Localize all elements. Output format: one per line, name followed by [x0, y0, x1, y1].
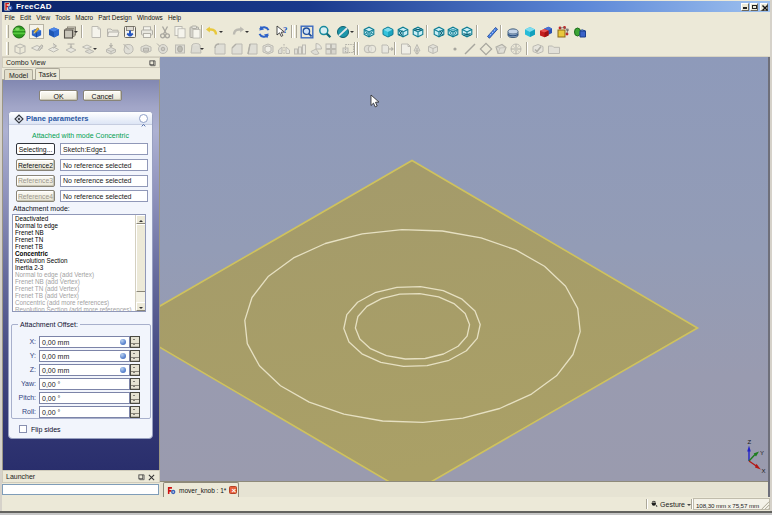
hole-icon[interactable]: [172, 41, 187, 56]
open-folder-icon[interactable]: [105, 24, 120, 39]
spinner-icon[interactable]: [130, 364, 140, 376]
datum-plane-icon[interactable]: [478, 41, 493, 56]
flip-sides-checkbox[interactable]: [19, 425, 27, 433]
offset-field[interactable]: 0,00 °: [39, 392, 130, 404]
tab-model[interactable]: Model: [4, 69, 33, 80]
new-file-icon[interactable]: [88, 24, 103, 39]
offset-field[interactable]: 0,00 °: [39, 406, 130, 418]
linear-pattern-icon[interactable]: [292, 41, 307, 56]
clone-icon[interactable]: [409, 41, 424, 56]
menu-edit[interactable]: Edit: [18, 13, 34, 22]
navigation-style-cell[interactable]: Gesture: [651, 498, 691, 510]
zoom-in-icon[interactable]: [317, 24, 332, 39]
folder-gray-icon[interactable]: [546, 41, 561, 56]
scroll-thumb[interactable]: [136, 224, 146, 292]
launcher-close-icon[interactable]: [148, 474, 155, 481]
cube-cyan-icon[interactable]: [522, 24, 537, 39]
spinner-icon[interactable]: [130, 392, 140, 404]
draw-style-icon[interactable]: [335, 24, 350, 39]
workbench-partdesign-icon[interactable]: [29, 24, 44, 39]
sketch-new-icon[interactable]: [12, 41, 27, 56]
reference-button-1[interactable]: Selecting...: [16, 143, 55, 155]
reference-field-3[interactable]: No reference selected: [60, 175, 148, 187]
spinner-icon[interactable]: [130, 406, 140, 418]
tab-close-icon[interactable]: [229, 486, 237, 494]
mode-item[interactable]: Normal to edge: [13, 222, 145, 229]
toolbar-grip[interactable]: [294, 25, 297, 38]
undo-icon[interactable]: [204, 24, 219, 39]
paste-icon[interactable]: [187, 24, 202, 39]
spinner-icon[interactable]: [130, 336, 140, 348]
copy-icon[interactable]: [172, 24, 187, 39]
view-front-icon[interactable]: [395, 24, 410, 39]
reference-button-2[interactable]: Reference2: [16, 159, 55, 171]
combo-view-header[interactable]: Combo View: [2, 57, 160, 68]
menu-macro[interactable]: Macro: [73, 13, 96, 22]
redo-dropdown-icon[interactable]: [244, 28, 251, 36]
offset-field[interactable]: 0,00 mm: [39, 350, 130, 362]
expression-globe-icon[interactable]: [120, 367, 126, 373]
revolve-icon[interactable]: [121, 41, 136, 56]
sketch-view-icon[interactable]: [63, 41, 78, 56]
plane-parameters-header[interactable]: Plane parameters: [9, 112, 152, 125]
minimize-button[interactable]: [741, 3, 749, 11]
menu-windows[interactable]: Windows: [134, 13, 165, 22]
mode-item[interactable]: Revolution Section: [13, 257, 145, 264]
attachment-mode-list[interactable]: DeactivatedNormal to edgeFrenet NBFrenet…: [12, 214, 146, 312]
chamfer-icon[interactable]: [229, 41, 244, 56]
cube-blue-icon[interactable]: [46, 24, 61, 39]
pin-icon[interactable]: [149, 60, 156, 67]
mode-item[interactable]: Concentric: [13, 250, 145, 257]
tab-tasks[interactable]: Tasks: [35, 68, 60, 80]
polar-pattern-icon[interactable]: [308, 41, 323, 56]
view-top-icon[interactable]: [410, 24, 425, 39]
multi-transform-icon[interactable]: [323, 41, 338, 56]
boolean-icon[interactable]: [362, 41, 377, 56]
resize-grip[interactable]: [760, 500, 770, 510]
mirrored-icon[interactable]: [276, 41, 291, 56]
spinner-icon[interactable]: [130, 378, 140, 390]
close-button[interactable]: [760, 3, 768, 11]
menu-view[interactable]: View: [34, 13, 53, 22]
whatsthis-icon[interactable]: ?: [274, 24, 289, 39]
cancel-button[interactable]: Cancel: [83, 90, 122, 101]
view-right-icon[interactable]: [431, 24, 446, 39]
save-icon[interactable]: [122, 24, 137, 39]
datum-cs-icon[interactable]: [508, 41, 523, 56]
mode-item[interactable]: Frenet TB: [13, 243, 145, 250]
toolbar-grip[interactable]: [6, 42, 9, 55]
zoom-fit-icon[interactable]: [299, 24, 314, 39]
mode-item[interactable]: Frenet NB: [13, 229, 145, 236]
reference-button-4[interactable]: Reference4: [16, 190, 55, 202]
reference-field-4[interactable]: No reference selected: [60, 190, 148, 202]
datum-points-icon[interactable]: [555, 24, 570, 39]
launcher-input[interactable]: [2, 484, 159, 495]
toolbar-grip[interactable]: [6, 25, 9, 38]
undo-dropdown-icon[interactable]: [218, 28, 225, 36]
offset-field[interactable]: 0,00 mm: [39, 364, 130, 376]
create-body-icon[interactable]: [505, 24, 520, 39]
collapse-icon[interactable]: [139, 114, 148, 123]
reference-button-3[interactable]: Reference3: [16, 175, 55, 187]
expression-globe-icon[interactable]: [120, 353, 126, 359]
reference-field-2[interactable]: No reference selected: [60, 159, 148, 171]
shape-binder-icon[interactable]: [572, 24, 587, 39]
maximize-button[interactable]: [750, 3, 758, 11]
offset-field[interactable]: 0,00 mm: [39, 336, 130, 348]
view-axo-icon[interactable]: [380, 24, 395, 39]
loft-dropdown-icon[interactable]: [199, 45, 206, 53]
document-tab[interactable]: mover_knob : 1*: [163, 482, 239, 497]
launcher-header[interactable]: Launcher: [2, 470, 160, 483]
datum-plane-shape[interactable]: [160, 161, 698, 482]
datum-line-icon[interactable]: [462, 41, 477, 56]
scroll-up-icon[interactable]: [136, 215, 146, 224]
ok-button[interactable]: OK: [39, 90, 78, 101]
launcher-pin-icon[interactable]: [138, 474, 145, 481]
cut-icon[interactable]: [157, 24, 172, 39]
view-rear-icon[interactable]: [445, 24, 460, 39]
expression-globe-icon[interactable]: [120, 339, 126, 345]
datum-point-icon[interactable]: [447, 41, 462, 56]
mode-list-scrollbar[interactable]: [135, 215, 145, 311]
spinner-icon[interactable]: [130, 350, 140, 362]
datum-face-icon[interactable]: [493, 41, 508, 56]
